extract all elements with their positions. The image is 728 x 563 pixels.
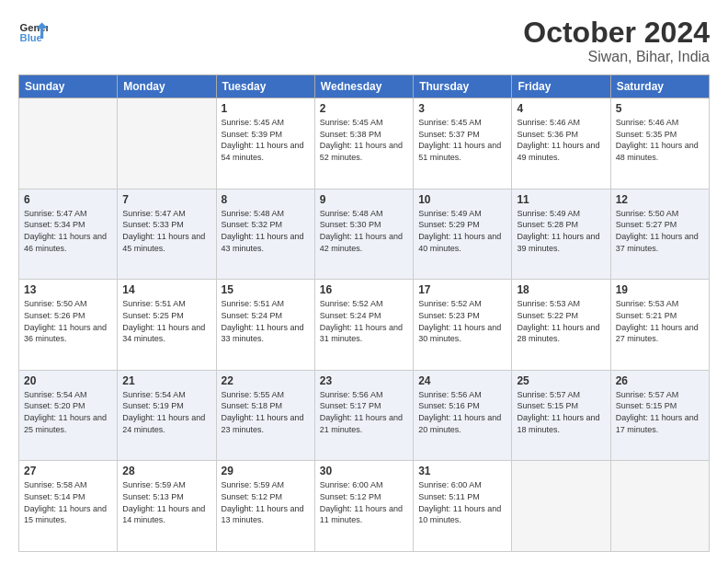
table-row: 15Sunrise: 5:51 AMSunset: 5:24 PMDayligh… [216,280,314,371]
table-row: 10Sunrise: 5:49 AMSunset: 5:29 PMDayligh… [414,189,512,280]
table-row: 8Sunrise: 5:48 AMSunset: 5:32 PMDaylight… [216,189,314,280]
table-row: 1Sunrise: 5:45 AMSunset: 5:39 PMDaylight… [216,98,314,190]
calendar-week-row: 13Sunrise: 5:50 AMSunset: 5:26 PMDayligh… [19,280,710,371]
day-number: 16 [320,283,408,296]
day-number: 19 [616,283,704,296]
table-row [610,461,709,552]
day-info: Sunrise: 5:53 AMSunset: 5:21 PMDaylight:… [616,298,704,344]
calendar-title: October 2024 [523,17,710,49]
table-row [118,98,216,190]
day-info: Sunrise: 5:52 AMSunset: 5:23 PMDaylight:… [418,298,506,344]
day-info: Sunrise: 5:48 AMSunset: 5:30 PMDaylight:… [320,208,408,254]
calendar-week-row: 20Sunrise: 5:54 AMSunset: 5:20 PMDayligh… [19,370,710,461]
day-info: Sunrise: 5:47 AMSunset: 5:33 PMDaylight:… [122,208,210,254]
day-info: Sunrise: 6:00 AMSunset: 5:12 PMDaylight:… [320,479,408,525]
day-info: Sunrise: 5:58 AMSunset: 5:14 PMDaylight:… [24,479,112,525]
calendar-week-row: 1Sunrise: 5:45 AMSunset: 5:39 PMDaylight… [19,98,710,190]
day-info: Sunrise: 5:59 AMSunset: 5:13 PMDaylight:… [122,479,210,525]
day-number: 14 [122,283,210,296]
table-row: 27Sunrise: 5:58 AMSunset: 5:14 PMDayligh… [19,461,118,552]
day-info: Sunrise: 5:57 AMSunset: 5:15 PMDaylight:… [517,389,605,435]
col-friday: Friday [512,75,610,98]
day-number: 22 [222,374,310,387]
day-info: Sunrise: 5:50 AMSunset: 5:26 PMDaylight:… [24,298,112,344]
col-thursday: Thursday [414,75,512,98]
day-info: Sunrise: 5:50 AMSunset: 5:27 PMDaylight:… [616,208,704,254]
logo: General Blue [18,17,48,46]
day-number: 9 [320,193,408,206]
day-info: Sunrise: 6:00 AMSunset: 5:11 PMDaylight:… [418,479,506,525]
day-number: 31 [418,465,506,477]
day-info: Sunrise: 5:46 AMSunset: 5:36 PMDaylight:… [517,117,605,163]
day-number: 10 [418,193,506,206]
day-info: Sunrise: 5:54 AMSunset: 5:20 PMDaylight:… [24,389,112,435]
col-saturday: Saturday [610,75,709,98]
table-row: 25Sunrise: 5:57 AMSunset: 5:15 PMDayligh… [512,370,610,461]
table-row: 20Sunrise: 5:54 AMSunset: 5:20 PMDayligh… [19,370,118,461]
day-number: 12 [616,193,704,206]
table-row: 30Sunrise: 6:00 AMSunset: 5:12 PMDayligh… [314,461,413,552]
day-info: Sunrise: 5:48 AMSunset: 5:32 PMDaylight:… [222,208,310,254]
day-info: Sunrise: 5:47 AMSunset: 5:34 PMDaylight:… [24,208,112,254]
day-info: Sunrise: 5:49 AMSunset: 5:28 PMDaylight:… [517,208,605,254]
day-number: 1 [222,102,310,115]
table-row: 16Sunrise: 5:52 AMSunset: 5:24 PMDayligh… [314,280,413,371]
table-row: 9Sunrise: 5:48 AMSunset: 5:30 PMDaylight… [314,189,413,280]
table-row: 4Sunrise: 5:46 AMSunset: 5:36 PMDaylight… [512,98,610,190]
day-number: 7 [122,193,210,206]
day-number: 30 [320,465,408,477]
title-block: October 2024 Siwan, Bihar, India [523,17,710,65]
day-number: 3 [418,102,506,115]
table-row: 21Sunrise: 5:54 AMSunset: 5:19 PMDayligh… [118,370,216,461]
day-number: 20 [24,374,112,387]
col-sunday: Sunday [19,75,118,98]
day-info: Sunrise: 5:45 AMSunset: 5:38 PMDaylight:… [320,117,408,163]
calendar-week-row: 6Sunrise: 5:47 AMSunset: 5:34 PMDaylight… [19,189,710,280]
day-info: Sunrise: 5:51 AMSunset: 5:24 PMDaylight:… [222,298,310,344]
table-row: 26Sunrise: 5:57 AMSunset: 5:15 PMDayligh… [610,370,709,461]
day-number: 17 [418,283,506,296]
day-info: Sunrise: 5:56 AMSunset: 5:16 PMDaylight:… [418,389,506,435]
day-number: 5 [616,102,704,115]
col-monday: Monday [118,75,216,98]
day-info: Sunrise: 5:59 AMSunset: 5:12 PMDaylight:… [222,479,310,525]
day-number: 15 [222,283,310,296]
day-info: Sunrise: 5:45 AMSunset: 5:37 PMDaylight:… [418,117,506,163]
day-info: Sunrise: 5:57 AMSunset: 5:15 PMDaylight:… [616,389,704,435]
table-row: 29Sunrise: 5:59 AMSunset: 5:12 PMDayligh… [216,461,314,552]
day-number: 18 [517,283,605,296]
day-number: 23 [320,374,408,387]
table-row: 2Sunrise: 5:45 AMSunset: 5:38 PMDaylight… [314,98,413,190]
day-number: 25 [517,374,605,387]
day-info: Sunrise: 5:49 AMSunset: 5:29 PMDaylight:… [418,208,506,254]
col-tuesday: Tuesday [216,75,314,98]
page: General Blue October 2024 Siwan, Bihar, … [0,0,728,563]
day-number: 13 [24,283,112,296]
table-row: 17Sunrise: 5:52 AMSunset: 5:23 PMDayligh… [414,280,512,371]
day-number: 4 [517,102,605,115]
logo-icon: General Blue [18,17,48,46]
table-row: 31Sunrise: 6:00 AMSunset: 5:11 PMDayligh… [414,461,512,552]
col-wednesday: Wednesday [314,75,413,98]
table-row: 6Sunrise: 5:47 AMSunset: 5:34 PMDaylight… [19,189,118,280]
table-row: 11Sunrise: 5:49 AMSunset: 5:28 PMDayligh… [512,189,610,280]
day-number: 21 [122,374,210,387]
day-number: 24 [418,374,506,387]
day-info: Sunrise: 5:54 AMSunset: 5:19 PMDaylight:… [122,389,210,435]
table-row: 7Sunrise: 5:47 AMSunset: 5:33 PMDaylight… [118,189,216,280]
day-number: 11 [517,193,605,206]
table-row: 28Sunrise: 5:59 AMSunset: 5:13 PMDayligh… [118,461,216,552]
table-row: 22Sunrise: 5:55 AMSunset: 5:18 PMDayligh… [216,370,314,461]
day-info: Sunrise: 5:46 AMSunset: 5:35 PMDaylight:… [616,117,704,163]
day-number: 8 [222,193,310,206]
table-row [19,98,118,190]
table-row: 5Sunrise: 5:46 AMSunset: 5:35 PMDaylight… [610,98,709,190]
table-row: 19Sunrise: 5:53 AMSunset: 5:21 PMDayligh… [610,280,709,371]
table-row: 24Sunrise: 5:56 AMSunset: 5:16 PMDayligh… [414,370,512,461]
day-number: 29 [222,465,310,477]
day-number: 27 [24,465,112,477]
table-row: 18Sunrise: 5:53 AMSunset: 5:22 PMDayligh… [512,280,610,371]
header: General Blue October 2024 Siwan, Bihar, … [18,17,710,65]
calendar-week-row: 27Sunrise: 5:58 AMSunset: 5:14 PMDayligh… [19,461,710,552]
table-row: 3Sunrise: 5:45 AMSunset: 5:37 PMDaylight… [414,98,512,190]
